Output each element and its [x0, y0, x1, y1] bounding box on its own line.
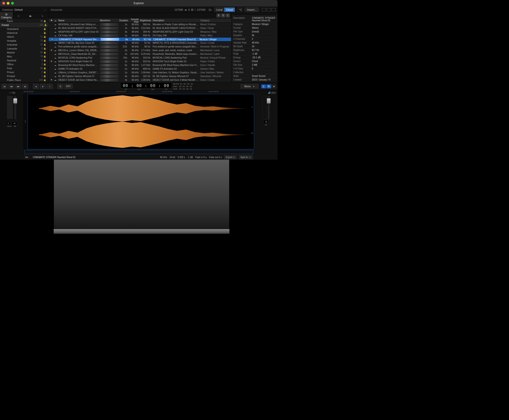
category-row[interactable]: Market91🔒	[0, 51, 48, 54]
clip-gain-fader[interactable]	[14, 96, 16, 119]
right-channel-button[interactable]: R	[266, 84, 271, 88]
row-flag[interactable]: ⚑	[50, 49, 53, 52]
category-row[interactable]: Hitech11🔒	[0, 35, 48, 39]
left-channel-button[interactable]: L	[261, 84, 266, 88]
col-description[interactable]: Description	[152, 19, 200, 22]
result-row[interactable]: ⚑☁CINEMATIC STINGER Haunted Shout 019s48…	[49, 38, 231, 41]
col-cloud[interactable]: ☁	[53, 19, 57, 22]
layout-3-button[interactable]	[272, 8, 276, 11]
export-select[interactable]: Export ▼	[224, 155, 236, 159]
loop-button[interactable]: ↻	[57, 84, 63, 89]
channel-mode-select[interactable]: Mono ▼	[241, 84, 259, 89]
result-row[interactable]: ☁UIMvmt_UI Motion Graphics_SNDBTS_CSF1s9…	[49, 71, 231, 75]
row-duration: 9s	[120, 38, 129, 41]
result-row[interactable]: ☁RL SB Fighters Various Whoosh 074s96 kH…	[49, 75, 231, 78]
category-row[interactable]: Nautical5🔒	[0, 58, 48, 62]
category-row[interactable]: Forest251🔒	[0, 23, 48, 27]
row-waveform	[100, 68, 118, 70]
col-flag[interactable]: ⚑	[50, 19, 53, 22]
keywords-field[interactable]: Keywords	[49, 8, 172, 11]
meta-row: DescriptionCINEMATIC STINGER Haunted Sho…	[233, 16, 276, 22]
row-samplerate: 96 kHz	[129, 75, 140, 77]
database-selector[interactable]: Database Default ⌄	[0, 7, 49, 13]
category-row[interactable]: Hospital78🔒	[0, 39, 48, 43]
rewind-button[interactable]: ◂◂	[8, 84, 14, 89]
category-row[interactable]: Lakeside6🔒	[0, 46, 48, 51]
source-local-tab[interactable]: Local	[215, 8, 224, 12]
cloud-icon: ☁	[53, 56, 57, 59]
col-name[interactable]: Name	[57, 19, 99, 22]
row-description: WHOOSH Torch Bright Flutter 01	[152, 60, 200, 63]
row-flag[interactable]: ⚑	[50, 38, 54, 41]
layout-1-button[interactable]	[262, 8, 266, 11]
record-button[interactable]: ●	[47, 84, 53, 89]
play-gain-fader[interactable]	[268, 96, 270, 119]
category-row[interactable]: Public Place168🔒	[0, 78, 48, 82]
col-brightness[interactable]: Brightness	[140, 19, 152, 22]
category-row[interactable]: Park40🔒	[0, 66, 48, 70]
meta-value: 24	[252, 45, 276, 48]
category-list[interactable]: Farm39🔒Forest251🔒Grassland-🔒Historical-🔒…	[0, 19, 48, 82]
go-start-button[interactable]: |◂	[1, 84, 7, 89]
import-button[interactable]: Import...	[245, 8, 259, 12]
source-cloud-tab[interactable]: Cloud	[224, 8, 235, 12]
result-row[interactable]: ⚑☁WHOOSH Torch Bright Flutter 011s48 kHz…	[49, 60, 231, 63]
row-flag[interactable]: ⚑	[50, 60, 53, 63]
clip-jog-wheel[interactable]	[7, 96, 13, 119]
sidebar-tab-list[interactable]: ≡	[13, 13, 24, 19]
time-ruler[interactable]: 00:00:00:00 00:00:02:02 00:00:04:04 00:0…	[23, 90, 254, 94]
sidebar-tab-folder[interactable]: 🖿	[24, 13, 36, 19]
shuffle-button[interactable]	[237, 8, 243, 12]
row-duration: 1s	[119, 42, 129, 44]
category-count: 39	[40, 20, 43, 22]
sidebar-tab-wave[interactable]: ∿	[37, 13, 48, 19]
result-row[interactable]: ☁IMPACT METAL Big Door Close 031s48 kHz9…	[49, 41, 231, 45]
result-row[interactable]: ☁Browning M2 50cal Heavy Machine Gun Fi5…	[49, 63, 231, 67]
result-row[interactable]: ☁MUSICAL LONG Awakening Pad52s48 kHz310 …	[49, 56, 231, 60]
go-end-button[interactable]: ▸|	[22, 84, 28, 89]
category-row[interactable]: Industrial37🔒	[0, 43, 48, 46]
row-brightness: 90 Hz	[140, 45, 152, 48]
meta-key: File Size	[233, 64, 252, 66]
category-row[interactable]: Historical-🔒	[0, 31, 48, 35]
waveform-display[interactable]: L R	[28, 94, 254, 149]
result-row[interactable]: ☁WOODHtc_WoodenCrate Sliding on Parque1s…	[49, 23, 231, 26]
result-row[interactable]: ⚑☁MECHLvr_Levers Sliders 130_SNDBTS_BS.2…	[49, 49, 231, 52]
category-row[interactable]: Grassland-🔒	[0, 27, 48, 31]
play-button[interactable]: ▸	[40, 84, 46, 89]
result-row[interactable]: ☁GAME FX Activation 021s48 kHz809 HzGAME…	[49, 67, 231, 71]
col-samplerate[interactable]: Sample Rate	[129, 18, 140, 23]
layout-2-button[interactable]	[267, 8, 271, 11]
options-icon[interactable]: ⚙▾	[25, 156, 28, 158]
category-row[interactable]: Protest1🔒	[0, 74, 48, 78]
col-duration[interactable]: Duration	[119, 19, 129, 22]
meta-value: 9s	[252, 34, 276, 37]
search-menu[interactable]: Q▾	[207, 8, 213, 11]
col-category[interactable]: Category	[200, 19, 230, 22]
fft-button[interactable]: FFT	[64, 84, 73, 89]
category-row[interactable]: Misc74🔒	[0, 54, 48, 58]
result-row[interactable]: ☁CK Foley 1481s48 kHz688 HzCK Foley 148F…	[49, 34, 231, 38]
group-a-button[interactable]: A	[216, 13, 221, 18]
result-row[interactable]: ⚑☁OBJECT DOOR Jail Door 3 Metal Handle M…	[49, 78, 231, 82]
spot-to-select[interactable]: Spot to: ▼	[239, 155, 252, 159]
lr-menu-button[interactable]: ▾	[272, 84, 276, 88]
result-row[interactable]: ☁WEAPONS ARTILLERY Light Close 033s48 kH…	[49, 30, 231, 34]
overview-waveform[interactable]	[24, 150, 253, 154]
category-name: Prison	[7, 71, 14, 74]
result-row[interactable]: ☁MECHLtch_Clasp Wardrobe 05_SNDBTS_A1s19…	[49, 52, 231, 56]
result-row[interactable]: ☁Port ambience gentle waves seagulls fli…	[49, 45, 231, 49]
category-row[interactable]: Prison2🔒	[0, 70, 48, 74]
row-flag[interactable]: ⚑	[50, 79, 53, 81]
group-c-button[interactable]: C	[226, 13, 230, 18]
col-waveform[interactable]: Waveform	[100, 19, 118, 22]
fast-forward-button[interactable]: ▸▸	[15, 84, 21, 89]
abc-buttons: A B C	[49, 13, 231, 19]
results-body[interactable]: ☁WOODHtc_WoodenCrate Sliding on Parque1s…	[49, 23, 231, 82]
group-b-button[interactable]: B	[221, 13, 225, 18]
category-row[interactable]: Office3🔒	[0, 62, 48, 66]
sidebar-tab-category[interactable]: ⦿ Category	[0, 12, 13, 20]
reverse-play-button[interactable]: ◂	[33, 84, 39, 89]
category-row[interactable]: Farm39🔒	[0, 19, 48, 23]
result-row[interactable]: ☁RL WoS GLASS INSERT CAOUTCHOUC PL1s96 k…	[49, 26, 231, 30]
